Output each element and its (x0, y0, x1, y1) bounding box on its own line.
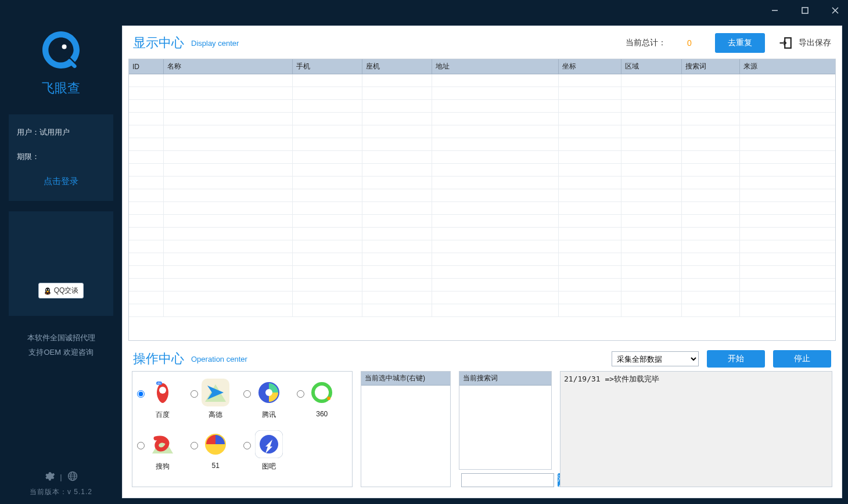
table-row[interactable] (129, 266, 835, 279)
operation-center-body: du百度高德腾讯360搜狗51图吧 当前选中城市(右键) 当前搜索词 添加 (123, 371, 842, 498)
col-source[interactable]: 来源 (740, 59, 835, 74)
source-item-baidu[interactable]: du百度 (136, 379, 189, 420)
display-center-title-en: Display center (191, 39, 239, 48)
stop-button[interactable]: 停止 (773, 350, 831, 368)
promo-line-1: 本软件全国诚招代理 (27, 331, 95, 345)
table-row[interactable] (129, 253, 835, 266)
source-radio-gaode[interactable] (191, 390, 198, 398)
col-area[interactable]: 区域 (621, 59, 682, 74)
table-row[interactable] (129, 215, 835, 228)
export-label: 导出保存 (799, 38, 831, 48)
source-radio-tuba[interactable] (243, 442, 251, 449)
source-item-tuba[interactable]: 图吧 (242, 430, 296, 471)
table-row[interactable] (129, 202, 835, 215)
export-button[interactable]: 导出保存 (778, 35, 831, 51)
footer: | 当前版本：v 5.1.2 (30, 470, 92, 504)
col-coord[interactable]: 坐标 (559, 59, 621, 74)
col-id[interactable]: ID (129, 59, 164, 74)
log-panel[interactable]: 21/19/31 =>软件加载完毕 (560, 371, 832, 487)
limit-label: 期限： (17, 152, 39, 161)
table-row[interactable] (129, 240, 835, 253)
user-panel: 用户：试用用户 期限： 点击登录 (9, 114, 113, 201)
city-panel-head: 当前选中城市(右键) (361, 372, 450, 386)
col-address[interactable]: 地址 (432, 59, 559, 74)
table-body (129, 74, 835, 340)
source-label-sogou: 搜狗 (156, 462, 170, 471)
table-row[interactable] (129, 164, 835, 177)
svg-point-28 (327, 397, 330, 400)
city-panel[interactable]: 当前选中城市(右键) (361, 371, 451, 487)
keyword-input[interactable] (461, 473, 554, 487)
table-row[interactable] (129, 304, 835, 317)
version-text: 当前版本：v 5.1.2 (30, 487, 92, 497)
app-logo: 飞眼查 (38, 21, 84, 109)
limit-line: 期限： (17, 152, 105, 162)
city-panel-body[interactable] (361, 386, 450, 487)
table-row[interactable] (129, 87, 835, 100)
source-label-baidu: 百度 (156, 410, 170, 420)
table-row[interactable] (129, 189, 835, 202)
table-row[interactable] (129, 279, 835, 291)
gear-icon[interactable] (44, 470, 55, 484)
minimize-button[interactable] (767, 2, 783, 19)
source-radio-tencent[interactable] (243, 390, 251, 398)
collect-mode-select[interactable]: 采集全部数据 (612, 351, 699, 366)
svg-rect-1 (802, 8, 808, 13)
svg-point-19 (159, 387, 166, 394)
results-table[interactable]: ID 名称 手机 座机 地址 坐标 区域 搜索词 来源 (128, 59, 836, 341)
svg-point-5 (62, 44, 67, 49)
start-button[interactable]: 开始 (707, 350, 765, 368)
source-item-gaode[interactable]: 高德 (189, 379, 243, 420)
log-line: 21/19/31 =>软件加载完毕 (564, 374, 828, 384)
table-row[interactable] (129, 113, 835, 125)
col-keyword[interactable]: 搜索词 (682, 59, 740, 74)
maximize-button[interactable] (797, 2, 813, 19)
51-icon (202, 430, 229, 458)
table-row[interactable] (129, 291, 835, 304)
total-label: 当前总计： (626, 38, 666, 48)
user-value: 试用用户 (39, 128, 70, 136)
login-link[interactable]: 点击登录 (17, 176, 105, 187)
content: 显示中心 Display center 当前总计： 0 去重复 导出保存 ID … (122, 26, 842, 498)
export-icon (778, 35, 794, 51)
source-radio-51[interactable] (191, 442, 198, 449)
table-row[interactable] (129, 125, 835, 138)
source-radio-sogou[interactable] (137, 442, 145, 449)
close-button[interactable] (827, 2, 843, 19)
col-name[interactable]: 名称 (164, 59, 293, 74)
table-header: ID 名称 手机 座机 地址 坐标 区域 搜索词 来源 (129, 59, 835, 74)
tuba-icon (255, 430, 283, 458)
globe-icon[interactable] (67, 470, 78, 484)
gaode-icon (202, 379, 229, 406)
promo-line-2: 支持OEM 欢迎咨询 (27, 345, 95, 360)
col-mobile[interactable]: 手机 (293, 59, 362, 74)
operation-center-title-en: Operation center (191, 355, 247, 363)
keyword-panel[interactable]: 当前搜索词 (459, 371, 552, 470)
source-radio-baidu[interactable] (137, 390, 145, 398)
table-row[interactable] (129, 100, 835, 113)
table-row[interactable] (129, 151, 835, 164)
svg-point-4 (53, 42, 69, 57)
keyword-section: 当前搜索词 添加 (459, 371, 552, 487)
source-item-360[interactable]: 360 (296, 379, 349, 420)
sidebar: 飞眼查 用户：试用用户 期限： 点击登录 (0, 21, 122, 504)
source-radio-360[interactable] (297, 390, 304, 398)
table-row[interactable] (129, 228, 835, 240)
source-item-sogou[interactable]: 搜狗 (136, 430, 189, 471)
svg-text:du: du (157, 381, 161, 385)
operation-center-header: 操作中心 Operation center 采集全部数据 开始 停止 (123, 347, 842, 371)
360-icon (308, 379, 336, 406)
col-landline[interactable]: 座机 (362, 59, 432, 74)
table-row[interactable] (129, 74, 835, 87)
source-item-tencent[interactable]: 腾讯 (242, 379, 296, 420)
titlebar (0, 0, 848, 21)
dedupe-button[interactable]: 去重复 (715, 33, 765, 53)
qq-chat-button[interactable]: QQ交谈 (38, 283, 84, 298)
source-item-51[interactable]: 51 (189, 430, 243, 471)
baidu-icon: du (149, 379, 177, 406)
tencent-icon (255, 379, 283, 406)
table-row[interactable] (129, 177, 835, 189)
table-row[interactable] (129, 138, 835, 151)
display-center-title-cn: 显示中心 (133, 34, 184, 52)
keyword-panel-body[interactable] (459, 386, 551, 469)
